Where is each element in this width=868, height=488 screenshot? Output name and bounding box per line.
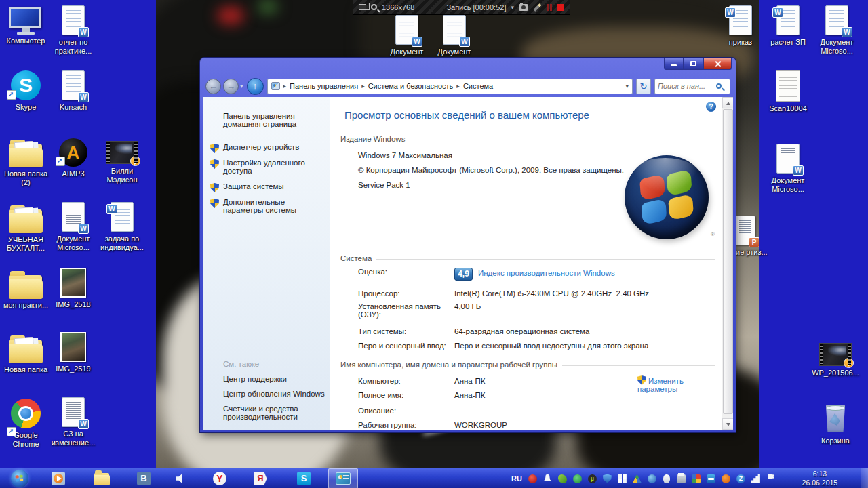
- annotate-pencil-icon[interactable]: [533, 3, 541, 11]
- sidebar-item-performance-tools[interactable]: Счетчики и средства производительности: [223, 405, 325, 421]
- desktop-icon-billy-madison[interactable]: Билли Мэдисон: [96, 141, 148, 184]
- taskbar-vk-button[interactable]: B: [129, 468, 159, 488]
- sidebar-item-windows-update[interactable]: Центр обновления Windows: [223, 390, 325, 398]
- start-button[interactable]: [11, 470, 28, 487]
- breadcrumb-item-system-security[interactable]: Система и безопасность: [368, 82, 454, 90]
- row-value: WORKGROUP: [454, 421, 507, 429]
- desktop-icon-raschet[interactable]: W расчет ЗП: [762, 5, 814, 47]
- address-bar[interactable]: ▸ Панель управления ▸ Система и безопасн…: [267, 79, 633, 94]
- printer-icon[interactable]: [677, 474, 686, 483]
- breadcrumb-item-system[interactable]: Система: [463, 82, 493, 90]
- teamviewer-icon[interactable]: [707, 474, 715, 483]
- help-icon[interactable]: ?: [706, 102, 716, 112]
- desktop-icon-sz[interactable]: W СЗ на изменение...: [47, 397, 99, 447]
- sidebar-item-device-manager[interactable]: Диспетчер устройств: [223, 143, 323, 151]
- taskbar-volume-app-button[interactable]: [165, 468, 195, 488]
- desktop-icon-wp-video[interactable]: WP_201506...: [810, 343, 861, 378]
- desktop-icon-aimp3[interactable]: A AIMP3: [47, 138, 99, 178]
- icon-label: приказ: [715, 38, 766, 47]
- scroll-down-arrow[interactable]: [722, 418, 733, 430]
- maximize-button[interactable]: [684, 58, 703, 70]
- green-leaf-icon[interactable]: [558, 474, 567, 483]
- vertical-scrollbar[interactable]: [722, 97, 733, 430]
- desktop-icon-doc-r1[interactable]: W Документ Microso...: [811, 5, 863, 56]
- green-swirl-icon[interactable]: [573, 474, 582, 483]
- desktop-icon-otchet[interactable]: W отчет по практике...: [47, 5, 99, 56]
- desktop-icon-doc-r2[interactable]: W Документ Microso...: [762, 144, 814, 194]
- word-badge: W: [842, 27, 852, 37]
- up-button[interactable]: ↑: [247, 78, 264, 95]
- desktop-icon-img2519[interactable]: IMG_2519: [47, 332, 99, 373]
- sidebar-item-system-protection[interactable]: Защита системы: [223, 182, 323, 190]
- windows-update-icon[interactable]: [618, 474, 627, 483]
- recorder-zoom-icon[interactable]: [371, 4, 377, 10]
- desktop-icon-skype[interactable]: S Skype: [0, 70, 52, 112]
- desktop-icon-computer[interactable]: Компьютер: [0, 7, 52, 45]
- screenshot-camera-icon[interactable]: [519, 4, 528, 11]
- pause-recording-button[interactable]: [547, 4, 552, 11]
- refresh-button[interactable]: ↻: [636, 79, 651, 94]
- stop-recording-button[interactable]: [557, 4, 564, 11]
- taskbar-skype-button[interactable]: S: [289, 468, 319, 488]
- desktop-icon-doc-left[interactable]: W Документ Microso...: [47, 202, 99, 252]
- show-desktop-button[interactable]: [861, 468, 868, 488]
- search-input[interactable]: [658, 82, 716, 90]
- icon-label: Компьютер: [0, 37, 52, 45]
- security-shield-icon[interactable]: [603, 474, 612, 483]
- folder-icon: [9, 144, 42, 167]
- search-box[interactable]: [654, 79, 730, 94]
- address-dropdown-caret[interactable]: ▾: [625, 83, 629, 89]
- taskbar-explorer-button[interactable]: [87, 468, 117, 488]
- desktop-icon-novaya-papka-2[interactable]: Новая папка (2): [0, 138, 52, 187]
- network-ball-icon[interactable]: [648, 474, 656, 483]
- sidebar-item-home[interactable]: Панель управления - домашняя страница: [223, 112, 319, 128]
- scrollbar-thumb[interactable]: [723, 109, 733, 414]
- recorder-dropdown-caret[interactable]: ▾: [511, 4, 514, 11]
- desktop-icon-scan10004[interactable]: Scan10004: [762, 70, 814, 113]
- mouse-icon[interactable]: [663, 474, 670, 483]
- taskbar-clock[interactable]: 6:13 26.06.2015: [796, 470, 844, 487]
- search-icon[interactable]: [716, 83, 722, 89]
- taskbar-system-window-button[interactable]: [328, 468, 358, 488]
- taskbar-wmp-button[interactable]: [43, 468, 73, 488]
- desktop-icon-img2518[interactable]: IMG_2518: [47, 268, 99, 309]
- orange-app-icon[interactable]: [722, 474, 730, 483]
- word-document-icon: W: [62, 202, 85, 232]
- language-indicator[interactable]: RU: [511, 474, 522, 483]
- desktop-icon-prikaz[interactable]: W приказ: [715, 5, 766, 47]
- google-drive-icon[interactable]: [633, 474, 642, 483]
- word-badge: W: [78, 92, 89, 102]
- word-badge: W: [78, 224, 89, 234]
- performance-index-link[interactable]: Индекс производительности Windows: [478, 269, 615, 281]
- back-button[interactable]: ←: [205, 79, 221, 94]
- folder-icon: [9, 340, 42, 363]
- signal-strength-icon[interactable]: [751, 474, 760, 483]
- recording-indicator-icon[interactable]: [528, 474, 537, 483]
- cube-icon[interactable]: [692, 474, 701, 483]
- breadcrumb-item-control-panel[interactable]: Панель управления: [290, 82, 358, 90]
- desktop-icon-kursach[interactable]: W Kursach: [47, 70, 99, 112]
- processor-row: Процессор: Intel(R) Core(TM) i5-2430M CP…: [358, 289, 715, 298]
- desktop-icon-recycle-bin[interactable]: Корзина: [810, 401, 861, 445]
- taskbar-yandex-browser-button[interactable]: Я: [245, 468, 275, 488]
- action-center-flag-icon[interactable]: [766, 474, 775, 483]
- scroll-up-arrow[interactable]: [722, 97, 733, 108]
- close-button[interactable]: [703, 58, 732, 70]
- desktop-icon-moya-praktika[interactable]: моя практи...: [0, 269, 52, 310]
- sidebar-item-advanced-settings[interactable]: Дополнительные параметры системы: [223, 198, 326, 214]
- notification-bell-icon[interactable]: [543, 474, 552, 483]
- desktop-icon-uchebnaya[interactable]: УЧЕБНАЯ БУХГАЛТ...: [0, 203, 52, 253]
- sidebar-item-action-center[interactable]: Центр поддержки: [223, 375, 325, 383]
- recorder-window-icon[interactable]: [359, 4, 366, 10]
- desktop-icon-zadacha[interactable]: W задача по индивидуа...: [96, 202, 148, 252]
- sidebar-item-remote-access[interactable]: Настройка удаленного доступа: [223, 159, 323, 175]
- zona-icon[interactable]: Z: [736, 474, 745, 483]
- utorrent-icon[interactable]: µ: [588, 474, 597, 483]
- desktop-icon-novaya-papka[interactable]: Новая папка: [0, 333, 52, 374]
- icon-label: СЗ на изменение...: [47, 430, 99, 447]
- minimize-button[interactable]: [664, 58, 684, 70]
- taskbar-yandex-button[interactable]: Y: [205, 468, 235, 488]
- forward-button[interactable]: →: [223, 79, 239, 94]
- desktop-icon-chrome[interactable]: Google Chrome: [0, 399, 52, 449]
- history-dropdown-caret[interactable]: ▾: [240, 83, 243, 89]
